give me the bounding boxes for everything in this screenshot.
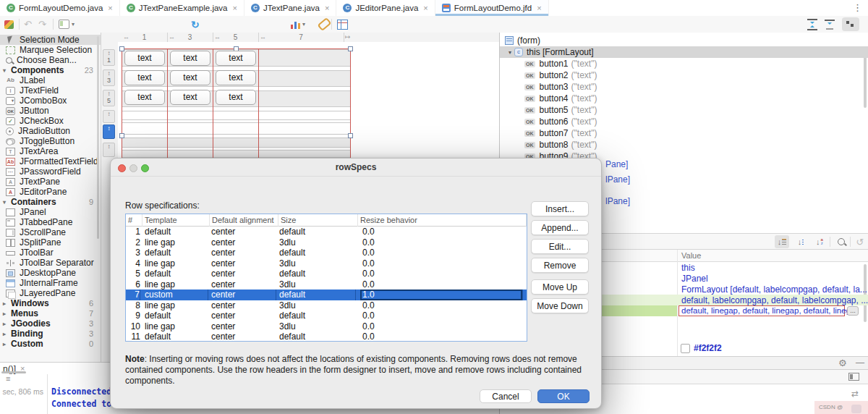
row-header[interactable]: ↕ bbox=[103, 110, 115, 123]
table-column-header[interactable]: Template bbox=[142, 214, 210, 227]
table-row[interactable]: 5defaultcenterdefault0.0 bbox=[126, 269, 527, 279]
palette-section-menus[interactable]: ▸Menus7 bbox=[0, 308, 101, 318]
table-row[interactable]: 3defaultcenterdefault0.0 bbox=[126, 248, 527, 258]
palette-section-components[interactable]: ▾Components23 bbox=[0, 65, 101, 75]
palette-section-windows[interactable]: ▸Windows6 bbox=[0, 298, 101, 308]
editor-tab[interactable]: JTextPaneExample.java× bbox=[120, 0, 244, 16]
layout-icon[interactable] bbox=[848, 373, 859, 381]
chevron-down-icon[interactable]: ▾ bbox=[72, 21, 75, 28]
editor-tab[interactable]: JEditorPane.java× bbox=[336, 0, 435, 16]
palette-section-custom[interactable]: ▸Custom0 bbox=[0, 339, 101, 349]
row-header[interactable]: ↕3 bbox=[103, 69, 115, 86]
cancel-button[interactable]: Cancel bbox=[480, 389, 532, 403]
property-value-editor[interactable]: default, linegap, default, linegap, defa… bbox=[678, 305, 845, 316]
palette-item-jtogglebutton[interactable]: JToggleButton bbox=[0, 136, 101, 146]
editor-tab[interactable]: FormLayoutDemo.java× bbox=[0, 0, 120, 16]
close-icon[interactable]: × bbox=[233, 4, 237, 12]
form-grid-icon[interactable] bbox=[337, 20, 348, 30]
form-button[interactable]: text bbox=[216, 90, 256, 105]
table-row[interactable]: 6line gapcenter3dlu0.0 bbox=[126, 279, 527, 290]
remove-button[interactable]: Remove bbox=[531, 258, 589, 273]
edit-button[interactable]: Edit... bbox=[531, 239, 589, 254]
form-button[interactable]: text bbox=[124, 90, 165, 105]
palette-scrollbar[interactable] bbox=[97, 36, 99, 239]
tree-node-button5[interactable]: OKbutton5("text") bbox=[500, 104, 868, 116]
form-button[interactable]: text bbox=[170, 90, 210, 105]
table-row[interactable]: 11defaultcenterdefault0.0 bbox=[126, 331, 527, 342]
table-row[interactable]: 10line gapcenter3dlu0.0 bbox=[126, 321, 527, 332]
gear-icon[interactable]: ⚙ bbox=[838, 358, 847, 368]
form-button[interactable]: text bbox=[124, 51, 165, 66]
filter-icon[interactable]: ≡ bbox=[6, 374, 10, 383]
selection-handle[interactable] bbox=[348, 133, 353, 138]
chevron-down-icon[interactable]: ▾ bbox=[302, 21, 305, 28]
table-row[interactable]: 9defaultcenterdefault0.0 bbox=[126, 310, 527, 321]
checkbox[interactable] bbox=[681, 344, 690, 353]
palette-item-jbutton[interactable]: JButton bbox=[0, 106, 101, 116]
tree-node-button1[interactable]: OKbutton1("text") bbox=[500, 58, 868, 69]
palette-item-jsplitpane[interactable]: JSplitPane bbox=[0, 237, 101, 248]
form-button[interactable]: text bbox=[216, 70, 256, 85]
form-button[interactable]: text bbox=[170, 70, 210, 85]
table-column-header[interactable]: Default alignment bbox=[210, 214, 278, 227]
palette-item-jlayeredpane[interactable]: JLayeredPane bbox=[0, 288, 101, 298]
editor-tab[interactable]: FormLayoutDemo.jfd× bbox=[435, 0, 549, 16]
palette-item-jpanel[interactable]: JPanel bbox=[0, 207, 101, 217]
column-header[interactable]: ↔3 bbox=[167, 33, 213, 42]
align-top-icon[interactable] bbox=[825, 20, 835, 30]
compare-icon[interactable]: ⇄ bbox=[851, 389, 859, 399]
move-down-button[interactable]: Move Down bbox=[531, 298, 589, 313]
palette-item-jdesktoppane[interactable]: JDesktopPane bbox=[0, 268, 101, 278]
layout-settings-button[interactable] bbox=[842, 17, 859, 31]
table-column-header[interactable]: Resize behavior bbox=[358, 214, 527, 227]
zoom-button[interactable] bbox=[141, 164, 149, 172]
palette-item-jtabbedpane[interactable]: JTabbedPane bbox=[0, 217, 101, 227]
palette-item-jtextfield[interactable]: JTextField bbox=[0, 85, 101, 96]
selection-handle[interactable] bbox=[119, 46, 124, 51]
minimize-button[interactable] bbox=[129, 164, 137, 172]
palette-item-jtextpane[interactable]: JTextPane bbox=[0, 177, 101, 187]
tree-node-button7[interactable]: OKbutton7("text") bbox=[500, 127, 868, 139]
palette-item-jlabel[interactable]: JLabel bbox=[0, 75, 101, 85]
append-button[interactable]: Append... bbox=[531, 220, 589, 235]
selection-handle[interactable] bbox=[348, 46, 353, 51]
search-icon[interactable] bbox=[834, 235, 848, 248]
palette-mode-icon[interactable] bbox=[4, 20, 14, 29]
row-header[interactable]: ↕5 bbox=[103, 90, 115, 106]
sort-alphabetical-icon[interactable]: ↓az bbox=[812, 235, 827, 248]
form-button[interactable]: text bbox=[124, 70, 165, 85]
link-icon[interactable] bbox=[317, 17, 331, 31]
kebab-menu-icon[interactable]: ⋮ bbox=[853, 2, 862, 13]
palette-item-jeditorpane[interactable]: JEditorPane bbox=[0, 187, 101, 197]
more-button[interactable]: ... bbox=[847, 306, 859, 316]
palette-item-jpasswordfield[interactable]: JPasswordField bbox=[0, 166, 101, 177]
tree-node-form[interactable]: (form) bbox=[500, 35, 868, 46]
palette-item-jcombobox[interactable]: JComboBox bbox=[0, 96, 101, 106]
table-row[interactable]: 1defaultcenterdefault0.0 bbox=[126, 227, 527, 237]
chevron-down-icon[interactable]: ▾ bbox=[506, 49, 514, 56]
close-icon[interactable]: × bbox=[537, 4, 541, 12]
palette-item-jscrollpane[interactable]: JScrollPane bbox=[0, 227, 101, 237]
table-column-header[interactable]: Size bbox=[278, 214, 358, 227]
close-icon[interactable]: × bbox=[325, 4, 329, 12]
insert-button[interactable]: Insert... bbox=[531, 201, 589, 216]
column-header[interactable]: ↔5 bbox=[213, 33, 259, 42]
ok-button[interactable]: OK bbox=[537, 389, 590, 403]
palette-tool-choose-bean-[interactable]: Choose Bean... bbox=[0, 55, 101, 65]
palette-section-containers[interactable]: ▾Containers9 bbox=[0, 197, 101, 207]
palette-tool-selection-mode[interactable]: Selection Mode bbox=[0, 35, 101, 45]
row-header[interactable]: ↕1 bbox=[103, 49, 115, 66]
palette-item-jradiobutton[interactable]: JRadioButton bbox=[0, 126, 101, 136]
tree-item-clipped[interactable]: lPane] bbox=[605, 196, 630, 206]
undo-icon[interactable]: ↶ bbox=[24, 19, 32, 30]
palette-item-jtoolbar-separator[interactable]: JToolBar Separator bbox=[0, 258, 101, 268]
palette-item-jformattedtextfield[interactable]: JFormattedTextField bbox=[0, 156, 101, 166]
table-row[interactable]: 8line gapcenter3dlu0.0 bbox=[126, 300, 527, 311]
tree-node-button4[interactable]: OKbutton4("text") bbox=[500, 93, 868, 104]
tree-item-clipped[interactable]: lPane] bbox=[605, 174, 630, 185]
collapse-icon[interactable]: — bbox=[856, 358, 864, 368]
tree-node-button8[interactable]: OKbutton8("text") bbox=[500, 139, 868, 151]
move-up-button[interactable]: Move Up bbox=[531, 279, 589, 295]
palette-section-jgoodies[interactable]: ▸JGoodies3 bbox=[0, 318, 101, 329]
close-icon[interactable]: × bbox=[423, 4, 427, 12]
